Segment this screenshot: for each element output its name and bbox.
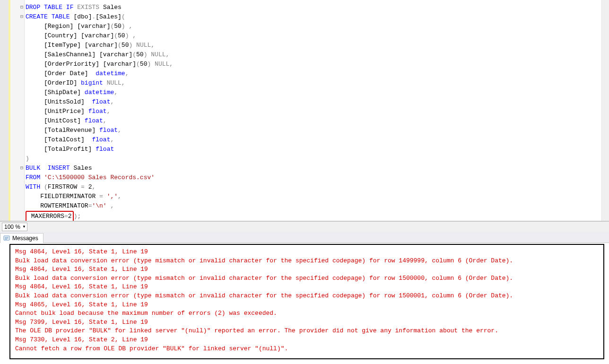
fold-toggle[interactable] <box>10 31 24 41</box>
message-line: Bulk load data conversion error (type mi… <box>15 274 599 283</box>
code-line[interactable]: [UnitsSold] float, <box>26 97 609 107</box>
code-line[interactable]: [OrderID] bigint NULL, <box>26 78 609 88</box>
code-line[interactable]: [UnitCost] float, <box>26 116 609 126</box>
code-line[interactable]: BULK INSERT Sales <box>26 164 609 173</box>
code-line[interactable]: [ItemType] [varchar](50) NULL, <box>26 41 609 50</box>
code-line[interactable]: [Country] [varchar](50) , <box>26 31 609 41</box>
fold-toggle[interactable]: ⊟ <box>10 12 24 22</box>
fold-toggle[interactable] <box>10 173 24 182</box>
code-line[interactable]: FIELDTERMINATOR = ',', <box>26 192 609 201</box>
fold-toggle[interactable] <box>10 154 24 164</box>
fold-toggle[interactable] <box>10 22 24 31</box>
fold-toggle[interactable] <box>10 211 24 220</box>
tab-messages[interactable]: Messages <box>0 233 44 243</box>
editor-status-bar: 100 % ▼ <box>0 221 609 232</box>
results-tabstrip: Messages <box>0 232 609 243</box>
fold-toggle[interactable] <box>10 69 24 78</box>
code-line[interactable]: FROM 'C:\1500000 Sales Records.csv' <box>26 173 609 182</box>
code-line[interactable]: WITH (FIRSTROW = 2, <box>26 182 609 192</box>
code-line[interactable]: [TotalProfit] float <box>26 145 609 154</box>
message-line: Msg 4864, Level 16, State 1, Line 19 <box>15 248 599 257</box>
message-line: Bulk load data conversion error (type mi… <box>15 257 599 266</box>
message-line: Bulk load data conversion error (type mi… <box>15 292 599 301</box>
code-line[interactable]: [TotalCost] float, <box>26 135 609 145</box>
code-line[interactable]: [SalesChannel] [varchar](50) NULL, <box>26 50 609 60</box>
messages-icon <box>3 235 10 242</box>
code-line[interactable]: [UnitPrice] float, <box>26 107 609 116</box>
tab-label: Messages <box>12 235 38 242</box>
message-line: The OLE DB provider "BULK" for linked se… <box>15 327 599 336</box>
message-line: Msg 4865, Level 16, State 1, Line 19 <box>15 301 599 310</box>
breakpoint-margin[interactable] <box>0 0 9 221</box>
code-line[interactable]: [OrderPriority] [varchar](50) NULL, <box>26 60 609 69</box>
fold-toggle[interactable] <box>10 88 24 97</box>
fold-toggle[interactable] <box>10 97 24 107</box>
fold-toggle[interactable]: ⊟ <box>10 164 24 173</box>
message-line: Cannot fetch a row from OLE DB provider … <box>15 345 599 354</box>
zoom-dropdown[interactable]: 100 % ▼ <box>2 223 27 231</box>
fold-toggle[interactable] <box>10 116 24 126</box>
code-line[interactable]: [ShipDate] datetime, <box>26 88 609 97</box>
fold-toggle[interactable] <box>10 78 24 88</box>
fold-toggle[interactable] <box>10 41 24 50</box>
code-line[interactable]: DROP TABLE IF EXISTS Sales <box>26 3 609 12</box>
fold-toggle[interactable] <box>10 192 24 201</box>
fold-toggle[interactable] <box>10 107 24 116</box>
code-line[interactable]: MAXERRORS=2); <box>26 211 609 220</box>
code-line[interactable]: [Region] [varchar](50) , <box>26 22 609 31</box>
fold-toggle[interactable] <box>10 60 24 69</box>
code-line[interactable]: ROWTERMINATOR='\n' , <box>26 201 609 211</box>
fold-gutter: ⊟⊟⊟ <box>10 0 25 221</box>
code-line[interactable]: ) <box>26 154 609 164</box>
zoom-value: 100 % <box>4 224 20 230</box>
code-text-area[interactable]: DROP TABLE IF EXISTS SalesCREATE TABLE [… <box>25 0 609 221</box>
fold-toggle[interactable] <box>10 135 24 145</box>
vertical-scrollbar[interactable] <box>601 0 609 221</box>
chevron-down-icon: ▼ <box>22 225 26 229</box>
messages-panel[interactable]: Msg 4864, Level 16, State 1, Line 19Bulk… <box>9 244 604 359</box>
maxerrors-highlight: MAXERRORS=2 <box>26 211 74 221</box>
fold-toggle[interactable]: ⊟ <box>10 3 24 12</box>
fold-toggle[interactable] <box>10 182 24 192</box>
code-line[interactable]: [TotalRevenue] float, <box>26 126 609 135</box>
message-line: Msg 4864, Level 16, State 1, Line 19 <box>15 265 599 274</box>
message-line: Msg 7399, Level 16, State 1, Line 19 <box>15 318 599 327</box>
fold-toggle[interactable] <box>10 50 24 60</box>
message-line: Cannot bulk load because the maximum num… <box>15 309 599 318</box>
code-line[interactable]: CREATE TABLE [dbo].[Sales]( <box>26 12 609 22</box>
fold-toggle[interactable] <box>10 145 24 154</box>
message-line: Msg 4864, Level 16, State 1, Line 19 <box>15 283 599 292</box>
code-line[interactable]: [Order Date] datetime, <box>26 69 609 78</box>
message-line: Msg 7330, Level 16, State 2, Line 19 <box>15 336 599 345</box>
sql-editor-pane: ⊟⊟⊟ DROP TABLE IF EXISTS SalesCREATE TAB… <box>0 0 609 221</box>
fold-toggle[interactable] <box>10 126 24 135</box>
fold-toggle[interactable] <box>10 201 24 211</box>
